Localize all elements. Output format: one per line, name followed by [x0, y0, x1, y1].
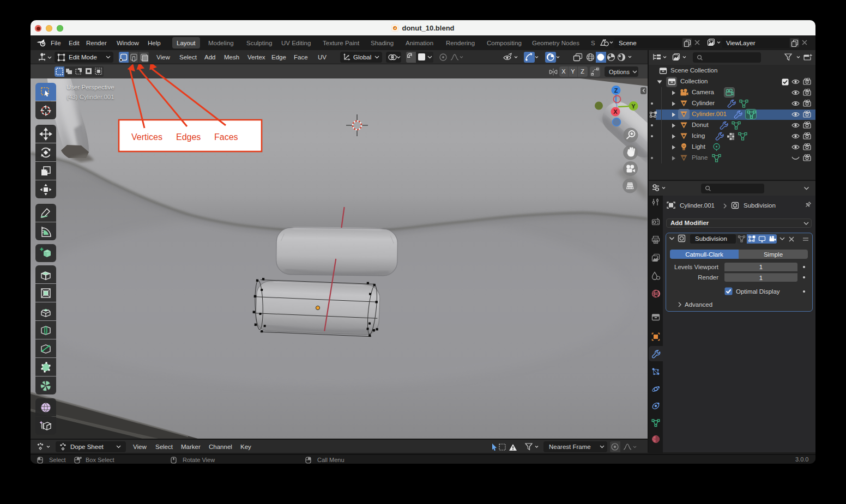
svg-text:Z: Z: [614, 87, 618, 94]
svg-text:Y: Y: [631, 103, 636, 110]
svg-text:X: X: [613, 108, 618, 115]
svg-text:Edges: Edges: [176, 132, 201, 142]
svg-text:User Perspective: User Perspective: [67, 84, 114, 90]
svg-text:(43) Cylinder.001: (43) Cylinder.001: [67, 94, 114, 100]
svg-text:Faces: Faces: [214, 132, 238, 142]
svg-text:Vertices: Vertices: [131, 132, 162, 142]
